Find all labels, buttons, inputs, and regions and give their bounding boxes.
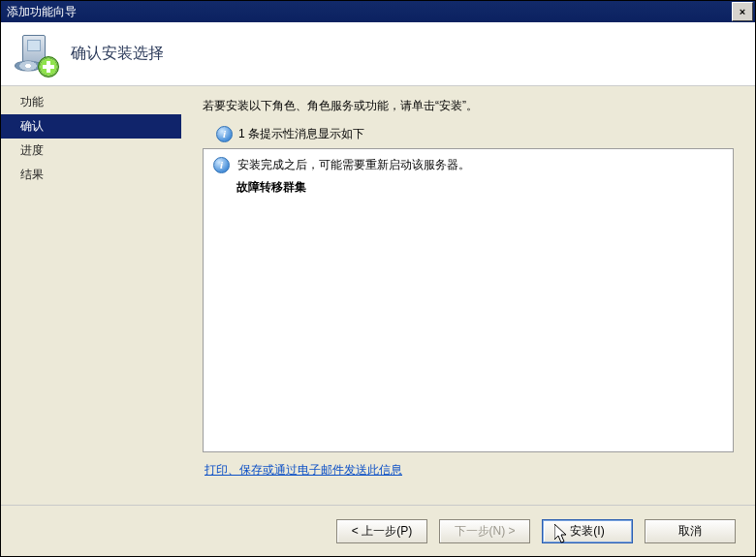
link-row: 打印、保存或通过电子邮件发送此信息	[205, 462, 734, 479]
info-icon: i	[213, 157, 230, 173]
wizard-steps-sidebar: 功能 确认 进度 结果	[1, 86, 181, 505]
sidebar-item-results[interactable]: 结果	[1, 163, 181, 187]
wizard-header: 确认安装选择	[1, 22, 755, 86]
sidebar-item-features[interactable]: 功能	[1, 90, 181, 114]
wizard-main: 若要安装以下角色、角色服务或功能，请单击“安装”。 i 1 条提示性消息显示如下…	[181, 86, 755, 505]
details-box: i 安装完成之后，可能需要重新启动该服务器。 故障转移群集	[203, 148, 734, 452]
sidebar-item-confirm[interactable]: 确认	[1, 114, 181, 139]
wizard-window: 添加功能向导 × 确认安装选择 功能 确认 进度 结果 若要安装以下角色、角色服…	[0, 0, 756, 557]
close-icon: ×	[740, 7, 745, 17]
cancel-button[interactable]: 取消	[645, 519, 736, 543]
wizard-footer: < 上一步(P) 下一步(N) > 安装(I) 取消	[1, 505, 755, 556]
back-button[interactable]: < 上一步(P)	[336, 519, 427, 543]
print-save-email-link[interactable]: 打印、保存或通过电子邮件发送此信息	[205, 463, 402, 477]
instruction-text: 若要安装以下角色、角色服务或功能，请单击“安装”。	[203, 98, 734, 114]
plus-icon	[38, 56, 59, 77]
install-button[interactable]: 安装(I)	[542, 519, 633, 543]
info-icon: i	[216, 126, 233, 142]
wizard-body: 功能 确认 进度 结果 若要安装以下角色、角色服务或功能，请单击“安装”。 i …	[1, 86, 755, 505]
details-info-line: i 安装完成之后，可能需要重新启动该服务器。	[213, 157, 723, 173]
sidebar-item-progress[interactable]: 进度	[1, 139, 181, 163]
details-info-text: 安装完成之后，可能需要重新启动该服务器。	[237, 157, 470, 173]
sub-instruction-text: 1 条提示性消息显示如下	[238, 126, 364, 142]
close-button[interactable]: ×	[732, 2, 753, 21]
page-title: 确认安装选择	[71, 44, 164, 64]
window-title: 添加功能向导	[7, 4, 77, 20]
next-button: 下一步(N) >	[439, 519, 530, 543]
details-feature-line: 故障转移群集	[236, 179, 723, 196]
sub-instruction: i 1 条提示性消息显示如下	[216, 126, 734, 142]
titlebar: 添加功能向导 ×	[1, 1, 755, 22]
wizard-header-icon	[15, 33, 57, 76]
